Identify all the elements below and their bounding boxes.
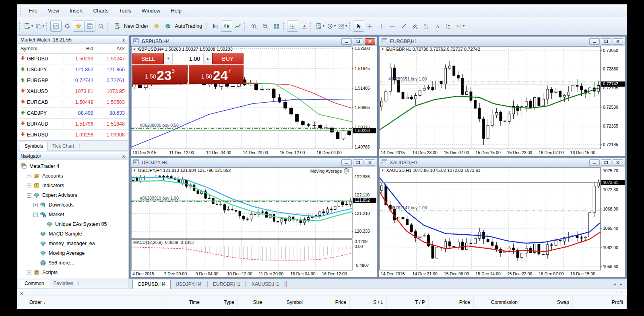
chart-canvas[interactable]: #86289919 buy 1.00122.985122.110121.2101… bbox=[131, 167, 377, 277]
market-watch-row[interactable]: EURGBP0.727420.72761 bbox=[18, 75, 128, 86]
close-icon[interactable]: x bbox=[122, 154, 126, 159]
menu-item-insert[interactable]: Insert bbox=[64, 6, 88, 16]
arrows-button[interactable]: ▾ bbox=[454, 21, 466, 32]
data-window-button[interactable] bbox=[62, 21, 73, 32]
menu-item-charts[interactable]: Charts bbox=[88, 6, 114, 16]
collapse-icon[interactable]: − bbox=[27, 193, 31, 198]
navigator-item-macd-sample[interactable]: MACD Sample bbox=[18, 229, 128, 239]
close-button[interactable] bbox=[613, 38, 623, 45]
terminal-col-swap[interactable]: Swap bbox=[521, 296, 573, 309]
navigator-item-market[interactable]: −Market bbox=[18, 210, 128, 219]
close-button[interactable] bbox=[365, 38, 375, 45]
channel-button[interactable]: E bbox=[409, 21, 421, 32]
terminal-col-profit[interactable]: Profit bbox=[573, 296, 627, 309]
templates-button[interactable]: ▾ bbox=[337, 21, 348, 32]
cursor-button[interactable] bbox=[353, 21, 364, 32]
market-watch-row[interactable]: CADJPY88.49888.533 bbox=[18, 108, 128, 119]
terminal-col-order[interactable]: Order/ bbox=[26, 296, 161, 309]
chart-window-xauusd-h1[interactable]: XAUUSD,H1#85762147 buy 1.001075.701072.3… bbox=[379, 157, 626, 277]
terminal-col-size[interactable]: Size bbox=[238, 296, 266, 309]
buy-button[interactable]: BUY bbox=[212, 53, 244, 64]
zoom-out-button[interactable] bbox=[260, 21, 271, 32]
menu-item-tools[interactable]: Tools bbox=[114, 6, 136, 16]
maximize-button[interactable] bbox=[601, 159, 611, 166]
minimize-button[interactable] bbox=[589, 159, 600, 166]
chart-shift-toggle[interactable] bbox=[298, 21, 310, 32]
autotrading-button-label[interactable]: AutoTrading bbox=[175, 23, 202, 29]
text-button[interactable]: A bbox=[432, 21, 443, 32]
chart-canvas[interactable]: #86289651 buy 1.000.730500.728800.727050… bbox=[379, 46, 625, 156]
tab-tick-chart[interactable]: Tick Chart bbox=[48, 142, 78, 151]
volume-input[interactable]: 1.00 bbox=[173, 53, 203, 64]
new-order-button-label[interactable]: New Order bbox=[124, 23, 148, 29]
navigator-item-metatrader-4[interactable]: MetaTrader 4 bbox=[18, 161, 128, 171]
expand-icon[interactable]: + bbox=[27, 271, 31, 275]
zoom-in-button[interactable] bbox=[248, 21, 260, 32]
navigator-item-scripts[interactable]: +Scripts bbox=[18, 268, 128, 277]
chart-window-title-bar[interactable]: EURGBP,H1 bbox=[379, 37, 625, 46]
text-label-button[interactable]: T bbox=[443, 21, 454, 32]
candlestick-button[interactable] bbox=[221, 21, 232, 32]
navigator-item-956-more-[interactable]: 956 more... bbox=[18, 258, 128, 268]
menu-item-file[interactable]: File bbox=[24, 6, 43, 16]
collapse-arrow-icon[interactable]: ▲ bbox=[133, 48, 136, 51]
volume-up-button[interactable]: ▲ bbox=[203, 53, 212, 64]
vertical-line-button[interactable] bbox=[376, 21, 387, 32]
market-watch-row[interactable]: GBPUSD1.502331.50247 bbox=[18, 54, 128, 64]
horizontal-line-button[interactable] bbox=[387, 21, 398, 32]
navigator-item-downloads[interactable]: +Downloads bbox=[18, 200, 128, 210]
tab-favorites[interactable]: Favorites bbox=[49, 279, 78, 288]
chart-tab-xauusd-h1[interactable]: XAUUSD,H1 bbox=[247, 280, 284, 289]
crosshair-button[interactable] bbox=[364, 21, 376, 32]
maximize-button[interactable] bbox=[601, 38, 611, 45]
terminal-col-symbol[interactable]: Symbol bbox=[266, 296, 306, 309]
chart-window-title-bar[interactable]: USDJPY,H4 bbox=[131, 158, 377, 167]
navigator-item-money-manager-ea[interactable]: money_manager_ea bbox=[18, 239, 128, 248]
terminal-toggle[interactable] bbox=[84, 21, 95, 32]
expand-icon[interactable]: + bbox=[27, 184, 31, 188]
market-watch-toggle[interactable] bbox=[50, 21, 62, 32]
tab-common[interactable]: Common bbox=[20, 279, 49, 288]
terminal-col-t-p[interactable]: T / P bbox=[387, 296, 429, 309]
navigator-item-moving-average[interactable]: Moving Average bbox=[18, 248, 128, 258]
navigator-toggle[interactable] bbox=[73, 21, 84, 32]
market-watch-row[interactable]: XAUUSD1073.611073.95 bbox=[18, 86, 128, 97]
col-bid[interactable]: Bid bbox=[62, 46, 97, 52]
navigator-item-accounts[interactable]: +Accounts bbox=[18, 171, 128, 181]
trendline-button[interactable] bbox=[398, 21, 409, 32]
autotrading-button[interactable] bbox=[162, 21, 173, 32]
close-button[interactable] bbox=[365, 159, 375, 166]
terminal-col-type[interactable]: Type bbox=[203, 296, 238, 309]
terminal-col-s-l[interactable]: S / L bbox=[350, 296, 387, 309]
menu-item-view[interactable]: View bbox=[43, 6, 64, 16]
minimize-button[interactable] bbox=[589, 38, 600, 45]
chart-window-title-bar[interactable]: GBPUSD,H4 bbox=[131, 37, 377, 46]
navigator-item-indicators[interactable]: +fIndicators bbox=[18, 181, 128, 190]
ea-disabled-smiley-icon[interactable]: ☹ bbox=[344, 168, 349, 173]
chart-window-gbpusd-h4[interactable]: GBPUSD,H4#86289005 buy 0.501.525001.5194… bbox=[130, 36, 378, 156]
tab-scroll-arrows-icon[interactable]: ◂ ▸ bbox=[613, 282, 623, 286]
chart-window-eurgbp-h1[interactable]: EURGBP,H1#86289651 buy 1.000.730500.7288… bbox=[379, 36, 626, 156]
close-icon[interactable]: x bbox=[21, 291, 23, 309]
terminal-col-price[interactable]: Price bbox=[306, 296, 350, 309]
strategy-tester-button[interactable] bbox=[95, 21, 107, 32]
collapse-arrow-icon[interactable]: ▼ bbox=[381, 169, 384, 172]
expand-icon[interactable]: + bbox=[27, 174, 31, 178]
terminal-col-time[interactable]: Time bbox=[161, 296, 203, 309]
bar-chart-button[interactable] bbox=[210, 21, 221, 32]
chart-tab-eurgbp-h1[interactable]: EURGBP,H1 bbox=[208, 280, 245, 289]
market-watch-row[interactable]: EURUSD1.092961.09308 bbox=[18, 130, 128, 140]
buy-price-button[interactable]: 1.50247 bbox=[189, 65, 244, 84]
col-symbol[interactable]: Symbol bbox=[18, 46, 62, 52]
periods-button[interactable]: ▾ bbox=[326, 21, 337, 32]
close-button[interactable] bbox=[613, 159, 623, 166]
sell-button[interactable]: SELL bbox=[132, 53, 164, 64]
terminal-col-price[interactable]: Price bbox=[429, 296, 474, 309]
scroll-arrows-icon[interactable]: ‹ › bbox=[617, 290, 624, 294]
collapse-arrow-icon[interactable]: ▼ bbox=[381, 48, 384, 51]
new-order-button[interactable] bbox=[111, 21, 123, 32]
terminal-col-commission[interactable]: Commission bbox=[474, 296, 521, 309]
collapse-icon[interactable]: − bbox=[33, 213, 38, 217]
fibonacci-button[interactable]: F bbox=[421, 21, 432, 32]
expand-icon[interactable]: + bbox=[33, 203, 38, 207]
